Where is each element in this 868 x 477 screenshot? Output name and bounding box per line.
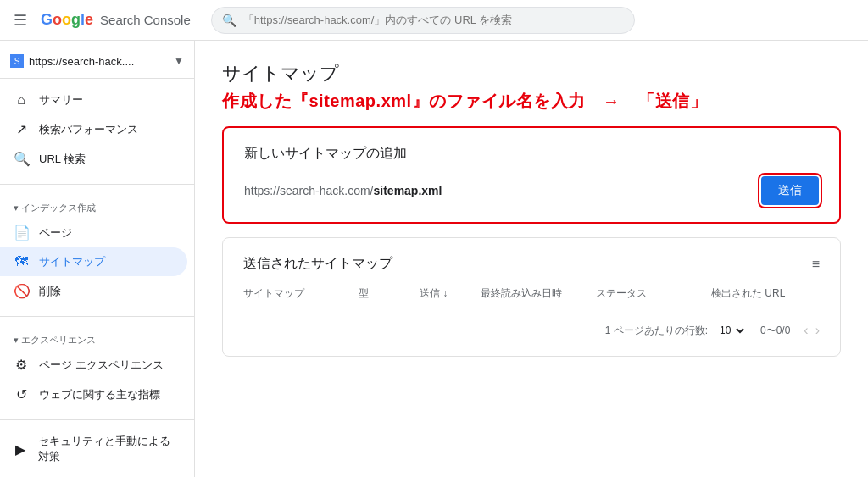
content-area: サイトマップ 作成した『sitemap.xml』のファイル名を入力 → 「送信」… bbox=[195, 41, 868, 477]
col-submit: 送信 ↓ bbox=[420, 286, 474, 301]
submit-button[interactable]: 送信 bbox=[761, 176, 819, 205]
nav-divider-3 bbox=[0, 419, 194, 420]
menu-icon[interactable]: ☰ bbox=[7, 4, 34, 36]
app-header: ☰ Google Search Console 🔍 bbox=[0, 0, 868, 41]
table-header: サイトマップ 型 送信 ↓ 最終読み込み日時 ステータス 検出された URL bbox=[243, 286, 820, 308]
sidebar: S https://search-hack.... ▼ ⌂ サマリー ↗ 検索パ… bbox=[0, 41, 195, 477]
google-g-letter: Google bbox=[41, 11, 93, 29]
app-title: Search Console bbox=[100, 13, 191, 27]
search-icon: 🔍 bbox=[222, 14, 236, 27]
search-nav-icon: 🔍 bbox=[14, 151, 29, 167]
sidebar-item-label: 削除 bbox=[39, 284, 61, 299]
col-discovered-urls: 検出された URL bbox=[711, 286, 820, 301]
search-bar[interactable]: 🔍 bbox=[211, 7, 635, 34]
removals-icon: 🚫 bbox=[14, 283, 29, 299]
submitted-card-title: 送信されたサイトマップ bbox=[243, 255, 392, 273]
sidebar-item-legacy[interactable]: ▶ 以前のツールとレポート bbox=[0, 471, 194, 477]
submitted-sitemaps-card: 送信されたサイトマップ ≡ サイトマップ 型 送信 ↓ 最終読み込み日時 ステー… bbox=[222, 237, 841, 357]
nav-divider-1 bbox=[0, 184, 194, 185]
pages-icon: 📄 bbox=[14, 225, 29, 241]
sidebar-item-label: サイトマップ bbox=[39, 254, 105, 269]
filter-icon[interactable]: ≡ bbox=[812, 257, 820, 272]
sidebar-item-summary[interactable]: ⌂ サマリー bbox=[0, 86, 194, 114]
expand-icon: ▾ bbox=[14, 202, 19, 213]
experience-section: ▾ エクスペリエンス ⚙ ページ エクスペリエンス ↺ ウェブに関する主な指標 bbox=[0, 324, 194, 413]
search-input[interactable] bbox=[243, 14, 624, 26]
sidebar-item-pages[interactable]: 📄 ページ bbox=[0, 218, 194, 247]
page-exp-icon: ⚙ bbox=[14, 357, 29, 373]
sitemaps-icon: 🗺 bbox=[14, 254, 29, 269]
table-footer: 1 ページあたりの行数: 10 25 50 0〜0/0 ‹ › bbox=[243, 322, 820, 339]
sidebar-item-web-vitals[interactable]: ↺ ウェブに関する主な指標 bbox=[0, 380, 194, 409]
submitted-card-header: 送信されたサイトマップ ≡ bbox=[243, 255, 820, 273]
rows-per-page-select[interactable]: 10 25 50 bbox=[715, 322, 747, 339]
google-logo: Google bbox=[41, 11, 93, 29]
experience-section-label: ▾ エクスペリエンス bbox=[0, 327, 194, 350]
sidebar-item-security[interactable]: ▶ セキュリティと手動による対策 bbox=[0, 427, 194, 471]
add-sitemap-card: 新しいサイトマップの追加 https://search-hack.com/sit… bbox=[222, 126, 841, 224]
col-sitemap: サイトマップ bbox=[243, 286, 352, 301]
sitemap-input-row: https://search-hack.com/sitemap.xml 送信 bbox=[244, 176, 819, 205]
page-range: 0〜0/0 bbox=[760, 324, 790, 338]
filename-text: sitemap.xml bbox=[374, 184, 442, 197]
page-title: サイトマップ bbox=[222, 61, 841, 86]
sidebar-item-page-experience[interactable]: ⚙ ページ エクスペリエンス bbox=[0, 350, 194, 380]
annotation-text: 作成した『sitemap.xml』のファイル名を入力 → 「送信」 bbox=[222, 90, 841, 113]
sidebar-item-label: URL 検索 bbox=[39, 152, 86, 167]
add-sitemap-card-title: 新しいサイトマップの追加 bbox=[244, 145, 819, 163]
index-section-label: ▾ インデックス作成 bbox=[0, 195, 194, 218]
sidebar-item-label: サマリー bbox=[39, 92, 83, 108]
sidebar-item-search-performance[interactable]: ↗ 検索パフォーマンス bbox=[0, 114, 194, 144]
col-status: ステータス bbox=[596, 286, 704, 301]
sidebar-item-removals[interactable]: 🚫 削除 bbox=[0, 276, 194, 306]
prev-page-button[interactable]: ‹ bbox=[804, 323, 808, 338]
performance-icon: ↗ bbox=[14, 121, 29, 137]
sidebar-item-label: ウェブに関する主な指標 bbox=[39, 387, 160, 402]
sidebar-item-label: 検索パフォーマンス bbox=[39, 122, 138, 137]
property-favicon: S bbox=[10, 54, 24, 68]
rows-per-page-label: 1 ページあたりの行数: bbox=[605, 324, 708, 338]
sidebar-item-label: ページ エクスペリエンス bbox=[39, 358, 164, 373]
expand-icon: ▶ bbox=[14, 441, 28, 458]
main-nav-section: ⌂ サマリー ↗ 検索パフォーマンス 🔍 URL 検索 bbox=[0, 82, 194, 177]
sidebar-item-url-inspection[interactable]: 🔍 URL 検索 bbox=[0, 144, 194, 174]
index-section: ▾ インデックス作成 📄 ページ 🗺 サイトマップ 🚫 削除 bbox=[0, 191, 194, 309]
next-page-button[interactable]: › bbox=[815, 323, 820, 338]
home-icon: ⌂ bbox=[14, 92, 29, 108]
property-selector[interactable]: S https://search-hack.... ▼ bbox=[0, 47, 194, 79]
sitemap-url-display[interactable]: https://search-hack.com/sitemap.xml bbox=[244, 184, 748, 197]
expand-icon: ▾ bbox=[14, 335, 19, 345]
property-name: https://search-hack.... bbox=[29, 55, 169, 68]
col-last-read: 最終読み込み日時 bbox=[481, 286, 589, 301]
base-url-text: https://search-hack.com/ bbox=[244, 184, 374, 197]
sidebar-item-sitemaps[interactable]: 🗺 サイトマップ bbox=[0, 247, 187, 276]
nav-divider-2 bbox=[0, 316, 194, 317]
sidebar-item-label: ページ bbox=[39, 225, 72, 241]
col-type: 型 bbox=[359, 286, 413, 301]
sidebar-item-label: セキュリティと手動による対策 bbox=[38, 434, 181, 464]
property-dropdown-icon[interactable]: ▼ bbox=[174, 55, 184, 67]
web-vitals-icon: ↺ bbox=[14, 386, 29, 402]
favicon-letter: S bbox=[14, 57, 20, 66]
main-container: S https://search-hack.... ▼ ⌂ サマリー ↗ 検索パ… bbox=[0, 41, 868, 477]
